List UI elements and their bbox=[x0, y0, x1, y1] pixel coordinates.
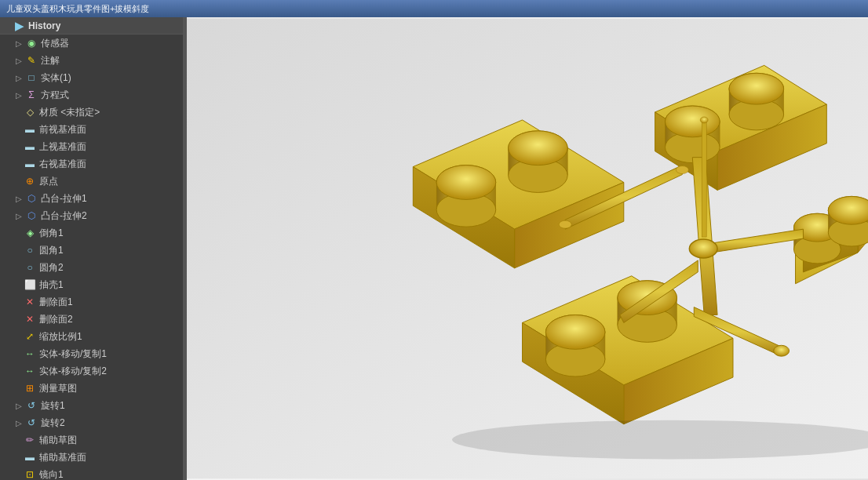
sidebar-item-rotate2[interactable]: ▷↺旋转2 bbox=[0, 414, 183, 431]
label-rightplane: 右视基准面 bbox=[39, 158, 178, 171]
label-material: 材质 <未指定> bbox=[39, 106, 178, 119]
label-move2: 实体-移动/复制2 bbox=[39, 365, 178, 378]
sidebar-item-equation[interactable]: ▷Σ方程式 bbox=[0, 86, 183, 104]
svg-point-7 bbox=[436, 165, 496, 200]
expand-arrow-sensor[interactable]: ▷ bbox=[16, 39, 24, 48]
expand-arrow-rotate1[interactable]: ▷ bbox=[16, 402, 24, 410]
icon-aux-sketch: ✏ bbox=[24, 434, 36, 446]
label-aux-plane: 辅助基准面 bbox=[39, 451, 178, 464]
label-aux-sketch: 辅助草图 bbox=[39, 434, 178, 447]
icon-origin: ⊕ bbox=[24, 175, 36, 187]
icon-frontplane: ▬ bbox=[24, 123, 36, 136]
label-look: 镜向1 bbox=[39, 468, 178, 481]
icon-sensor: ◉ bbox=[25, 37, 38, 49]
icon-fillet2: ○ bbox=[24, 261, 36, 274]
label-topplane: 上视基准面 bbox=[39, 140, 178, 154]
sidebar-item-origin[interactable]: ⊕原点 bbox=[0, 173, 183, 190]
label-fillet2: 圆角2 bbox=[39, 261, 178, 275]
expand-arrow-boss1[interactable]: ▷ bbox=[16, 195, 24, 203]
icon-chamfer: ◈ bbox=[24, 227, 36, 239]
icon-rotate2: ↺ bbox=[25, 416, 38, 429]
sidebar-item-boss2[interactable]: ▷⬡凸台-拉伸2 bbox=[0, 207, 183, 224]
icon-move1: ↔ bbox=[24, 347, 36, 360]
icon-material: ◇ bbox=[24, 106, 36, 118]
label-note: 注解 bbox=[41, 54, 178, 67]
svg-rect-57 bbox=[702, 120, 706, 237]
icon-look: ⊡ bbox=[24, 468, 36, 480]
icon-aux-plane: ▬ bbox=[24, 451, 36, 464]
main-container: ▶History▷◉传感器▷✎注解▷□实体(1)▷Σ方程式◇材质 <未指定>▬前… bbox=[0, 17, 868, 480]
sidebar-item-delete2[interactable]: ✕删除面2 bbox=[0, 311, 183, 328]
label-move1: 实体-移动/复制1 bbox=[39, 347, 178, 361]
sidebar-item-rotate1[interactable]: ▷↺旋转1 bbox=[0, 397, 183, 414]
icon-topplane: ▬ bbox=[24, 140, 36, 153]
sidebar-item-fillet1[interactable]: ○圆角1 bbox=[0, 242, 183, 259]
sidebar-item-shell[interactable]: ⬜抽壳1 bbox=[0, 276, 183, 293]
label-frontplane: 前视基准面 bbox=[39, 123, 178, 136]
svg-point-11 bbox=[509, 131, 568, 165]
label-history: History bbox=[28, 20, 178, 31]
sidebar-item-delete1[interactable]: ✕删除面1 bbox=[0, 293, 183, 311]
sidebar-item-scale[interactable]: ⤢缩放比例1 bbox=[0, 328, 183, 345]
label-fillet1: 圆角1 bbox=[39, 244, 178, 257]
sidebar-item-aux-plane[interactable]: ▬辅助基准面 bbox=[0, 449, 183, 466]
icon-history: ▶ bbox=[13, 20, 25, 32]
sidebar-item-body[interactable]: ▷□实体(1) bbox=[0, 69, 183, 86]
sidebar-item-fillet2[interactable]: ○圆角2 bbox=[0, 259, 183, 276]
icon-delete2: ✕ bbox=[24, 313, 36, 325]
label-origin: 原点 bbox=[39, 175, 178, 188]
title-text: 儿童双头盖积木玩具零件图+拔模斜度 bbox=[6, 3, 149, 15]
icon-equation: Σ bbox=[25, 89, 38, 101]
icon-rightplane: ▬ bbox=[24, 158, 36, 170]
sidebar-item-boss1[interactable]: ▷⬡凸台-拉伸1 bbox=[0, 190, 183, 207]
label-sensor: 传感器 bbox=[41, 37, 178, 50]
icon-measure: ⊞ bbox=[24, 382, 36, 395]
sidebar: ▶History▷◉传感器▷✎注解▷□实体(1)▷Σ方程式◇材质 <未指定>▬前… bbox=[0, 17, 183, 480]
label-rotate2: 旋转2 bbox=[41, 416, 178, 430]
label-boss1: 凸台-拉伸1 bbox=[41, 192, 178, 205]
sidebar-item-aux-sketch[interactable]: ✏辅助草图 bbox=[0, 431, 183, 449]
sidebar-item-history[interactable]: ▶History bbox=[0, 17, 183, 35]
label-equation: 方程式 bbox=[41, 89, 178, 102]
sidebar-item-topplane[interactable]: ▬上视基准面 bbox=[0, 138, 183, 155]
sidebar-item-move2[interactable]: ↔实体-移动/复制2 bbox=[0, 362, 183, 380]
expand-arrow-boss2[interactable]: ▷ bbox=[16, 212, 24, 220]
icon-boss1: ⬡ bbox=[25, 192, 38, 205]
expand-arrow-rotate2[interactable]: ▷ bbox=[16, 419, 24, 427]
svg-point-56 bbox=[774, 345, 790, 356]
label-shell: 抽壳1 bbox=[39, 278, 178, 292]
label-measure: 测量草图 bbox=[39, 382, 178, 395]
svg-point-49 bbox=[676, 166, 688, 174]
sidebar-item-move1[interactable]: ↔实体-移动/复制1 bbox=[0, 345, 183, 362]
expand-arrow-body[interactable]: ▷ bbox=[16, 74, 24, 82]
label-scale: 缩放比例1 bbox=[39, 330, 178, 344]
sidebar-item-measure[interactable]: ⊞测量草图 bbox=[0, 380, 183, 397]
model-3d bbox=[187, 17, 868, 480]
expand-arrow-note[interactable]: ▷ bbox=[16, 56, 24, 65]
sidebar-item-sensor[interactable]: ▷◉传感器 bbox=[0, 35, 183, 52]
sidebar-item-look[interactable]: ⊡镜向1 bbox=[0, 466, 183, 480]
viewport bbox=[187, 17, 868, 480]
title-bar: 儿童双头盖积木玩具零件图+拔模斜度 bbox=[0, 0, 868, 17]
icon-rotate1: ↺ bbox=[25, 399, 38, 412]
svg-point-58 bbox=[700, 117, 708, 123]
sidebar-item-chamfer[interactable]: ◈倒角1 bbox=[0, 224, 183, 242]
icon-body: □ bbox=[25, 71, 38, 84]
label-delete1: 删除面1 bbox=[39, 296, 178, 309]
icon-note: ✎ bbox=[25, 54, 38, 67]
icon-scale: ⤢ bbox=[24, 330, 36, 343]
label-chamfer: 倒角1 bbox=[39, 227, 178, 240]
icon-move2: ↔ bbox=[24, 365, 36, 377]
sidebar-item-note[interactable]: ▷✎注解 bbox=[0, 52, 183, 69]
sidebar-item-material[interactable]: ◇材质 <未指定> bbox=[0, 104, 183, 121]
icon-delete1: ✕ bbox=[24, 296, 36, 308]
label-delete2: 删除面2 bbox=[39, 313, 178, 326]
svg-point-18 bbox=[665, 106, 720, 137]
svg-point-22 bbox=[729, 73, 784, 104]
icon-boss2: ⬡ bbox=[25, 209, 38, 222]
label-rotate1: 旋转1 bbox=[41, 399, 178, 413]
sidebar-item-frontplane[interactable]: ▬前视基准面 bbox=[0, 121, 183, 138]
expand-arrow-equation[interactable]: ▷ bbox=[16, 91, 24, 100]
svg-point-46 bbox=[828, 196, 868, 224]
sidebar-item-rightplane[interactable]: ▬右视基准面 bbox=[0, 155, 183, 173]
